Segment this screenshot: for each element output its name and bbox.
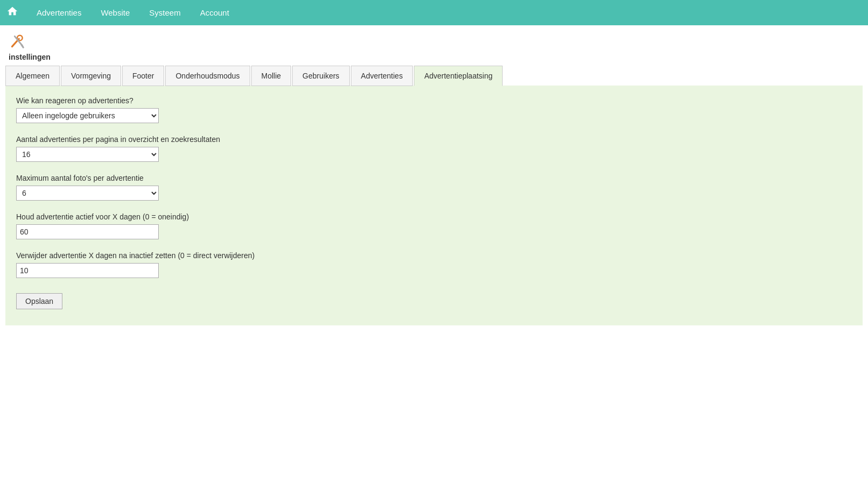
home-icon[interactable]: [6, 5, 18, 20]
select-reageren[interactable]: Alleen ingelogde gebruikers Iedereen Nie…: [16, 108, 159, 123]
label-aantal-pagina: Aantal advertenties per pagina in overzi…: [16, 135, 852, 144]
tab-gebruikers[interactable]: Gebruikers: [292, 66, 349, 86]
label-reageren: Wie kan reageren op advertenties?: [16, 96, 852, 105]
select-max-fotos[interactable]: 3 4 5 6 8 10 12: [16, 186, 159, 201]
page-header: instellingen: [0, 25, 868, 66]
label-actief-dagen: Houd advertentie actief voor X dagen (0 …: [16, 212, 852, 221]
label-max-fotos: Maximum aantal foto's per advertentie: [16, 174, 852, 182]
input-verwijder-dagen[interactable]: [16, 263, 159, 278]
label-verwijder-dagen: Verwijder advertentie X dagen na inactie…: [16, 251, 852, 260]
save-button[interactable]: Opslaan: [16, 293, 62, 309]
svg-line-3: [22, 45, 23, 47]
form-group-actief-dagen: Houd advertentie actief voor X dagen (0 …: [16, 212, 852, 239]
tabs-bar: Algemeen Vormgeving Footer Onderhoudsmod…: [0, 66, 868, 86]
tab-vormgeving[interactable]: Vormgeving: [61, 66, 121, 86]
settings-icon: [9, 33, 26, 52]
form-group-aantal-pagina: Aantal advertenties per pagina in overzi…: [16, 135, 852, 162]
input-actief-dagen[interactable]: [16, 224, 159, 239]
nav-advertenties[interactable]: Advertenties: [27, 0, 91, 25]
tab-algemeen[interactable]: Algemeen: [5, 66, 60, 86]
form-group-reageren: Wie kan reageren op advertenties? Alleen…: [16, 96, 852, 123]
tab-footer[interactable]: Footer: [122, 66, 164, 86]
tab-mollie[interactable]: Mollie: [251, 66, 292, 86]
select-aantal-pagina[interactable]: 8 12 16 20 24 32: [16, 147, 159, 162]
form-group-max-fotos: Maximum aantal foto's per advertentie 3 …: [16, 174, 852, 201]
tab-onderhoudsmodus[interactable]: Onderhoudsmodus: [165, 66, 250, 86]
form-group-verwijder-dagen: Verwijder advertentie X dagen na inactie…: [16, 251, 852, 278]
content-area: Wie kan reageren op advertenties? Alleen…: [5, 86, 863, 325]
tab-advertentieplaatsing[interactable]: Advertentieplaatsing: [414, 66, 503, 86]
nav-website[interactable]: Website: [91, 0, 139, 25]
tab-advertenties[interactable]: Advertenties: [351, 66, 413, 86]
nav-systeem[interactable]: Systeem: [139, 0, 190, 25]
page-title: instellingen: [9, 53, 51, 61]
top-nav: Advertenties Website Systeem Account: [0, 0, 868, 25]
nav-account[interactable]: Account: [190, 0, 239, 25]
